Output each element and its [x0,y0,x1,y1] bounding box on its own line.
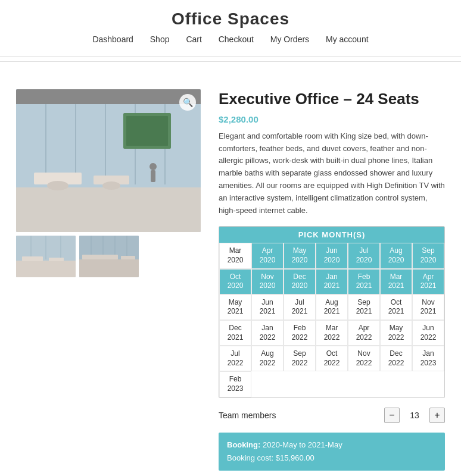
svg-point-15 [149,163,157,170]
calendar-header: PICK MONTH(S) [219,227,444,243]
calendar-cell-24[interactable]: Mar 2022 [316,320,348,346]
calendar-cell-34[interactable]: Jan 2023 [412,346,444,371]
product-title: Executive Office – 24 Seats [219,89,445,109]
team-members-label: Team members [219,411,276,420]
calendar-cell-32[interactable]: Nov 2022 [348,346,380,371]
calendar-cell-20[interactable]: Nov 2021 [412,295,444,320]
svg-point-12 [102,181,120,190]
main-content: 🔍 [4,71,457,476]
calendar-cell-5[interactable]: Aug 2020 [380,243,412,268]
calendar-cell-0[interactable]: Mar 2020 [219,243,251,268]
calendar-cell-30[interactable]: Sep 2022 [284,346,316,371]
calendar-cell-31[interactable]: Oct 2022 [316,346,348,371]
zoom-icon[interactable]: 🔍 [179,94,196,111]
svg-point-11 [47,181,68,190]
team-members-row: Team members − 13 + [219,408,445,423]
svg-rect-18 [16,259,76,277]
site-title: Office Spaces [0,10,461,29]
nav-my-orders[interactable]: My Orders [270,35,309,44]
calendar-cell-12[interactable]: Mar 2021 [380,269,412,295]
calendar-cell-1[interactable]: Apr 2020 [251,243,284,268]
booking-label: Booking: [227,440,260,449]
calendar-cell-11[interactable]: Feb 2021 [348,269,380,295]
calendar-cell-21[interactable]: Dec 2021 [219,320,251,346]
calendar-cell-28[interactable]: Jul 2022 [219,346,251,371]
calendar-cell-26[interactable]: May 2022 [380,320,412,346]
svg-rect-26 [79,258,139,277]
svg-rect-33 [121,256,135,259]
calendar-cell-17[interactable]: Aug 2021 [316,295,348,320]
product-details: Executive Office – 24 Seats $2,280.00 El… [219,89,445,476]
calendar-cell-6[interactable]: Sep 2020 [412,243,444,268]
calendar-cell-19[interactable]: Oct 2021 [380,295,412,320]
product-description: Elegant and comfortable room with King s… [219,130,445,217]
thumbnail-2[interactable] [79,236,139,277]
nav-my-account[interactable]: My account [326,35,369,44]
svg-rect-24 [49,258,64,261]
site-header: Office Spaces Dashboard Shop Cart Checko… [0,0,461,57]
calendar-cell-29[interactable]: Aug 2022 [251,346,284,371]
svg-rect-8 [16,89,201,104]
calendar-cell-8[interactable]: Nov 2020 [251,269,284,295]
calendar-grid: Mar 2020Apr 2020May 2020Jun 2020Jul 2020… [219,243,444,397]
calendar-cell-33[interactable]: Dec 2022 [380,346,412,371]
calendar-cell-3[interactable]: Jun 2020 [316,243,348,268]
nav-dashboard[interactable]: Dashboard [92,35,133,44]
booking-dates-line: Booking: 2020-May to 2021-May [227,439,437,452]
calendar-cell-18[interactable]: Sep 2021 [348,295,380,320]
calendar-cell-22[interactable]: Jan 2022 [251,320,284,346]
product-layout: 🔍 [16,89,445,476]
booking-dates-value: 2020-May to 2021-May [263,440,342,449]
calendar-cell-2[interactable]: May 2020 [284,243,316,268]
product-images: 🔍 [16,89,201,476]
calendar-cell-14[interactable]: May 2021 [219,295,251,320]
calendar-cell-13[interactable]: Apr 2021 [412,269,444,295]
booking-cost-line: Booking cost: $15,960.00 [227,452,437,465]
calendar-cell-25[interactable]: Apr 2022 [348,320,380,346]
product-price: $2,280.00 [219,114,445,124]
thumbnail-row [16,236,201,277]
svg-rect-32 [82,255,118,259]
calendar-cell-35[interactable]: Feb 2023 [219,371,251,397]
svg-rect-1 [16,184,201,232]
calendar-cell-4[interactable]: Jul 2020 [348,243,380,268]
svg-rect-14 [126,116,168,146]
month-picker-calendar: PICK MONTH(S) Mar 2020Apr 2020May 2020Ju… [219,226,445,397]
nav-checkout[interactable]: Checkout [219,35,254,44]
svg-rect-23 [22,256,43,261]
main-nav: Dashboard Shop Cart Checkout My Orders M… [0,35,461,51]
calendar-cell-7[interactable]: Oct 2020 [219,269,251,295]
calendar-cell-9[interactable]: Dec 2020 [284,269,316,295]
thumbnail-1[interactable] [16,236,76,277]
team-members-value: 13 [406,411,423,420]
calendar-cell-15[interactable]: Jun 2021 [251,295,284,320]
team-members-decrement-button[interactable]: − [384,408,400,423]
calendar-cell-27[interactable]: Jun 2022 [412,320,444,346]
calendar-cell-16[interactable]: Jul 2021 [284,295,316,320]
booking-cost-prefix: Booking cost: [227,453,273,462]
main-product-image: 🔍 [16,89,201,232]
calendar-cell-23[interactable]: Feb 2022 [284,320,316,346]
booking-info-banner: Booking: 2020-May to 2021-May Booking co… [219,433,445,471]
booking-cost-value: $15,960.00 [276,453,314,462]
svg-rect-16 [151,170,155,182]
nav-cart[interactable]: Cart [186,35,201,44]
nav-shop[interactable]: Shop [150,35,170,44]
team-members-increment-button[interactable]: + [429,408,445,423]
calendar-cell-10[interactable]: Jan 2021 [316,269,348,295]
